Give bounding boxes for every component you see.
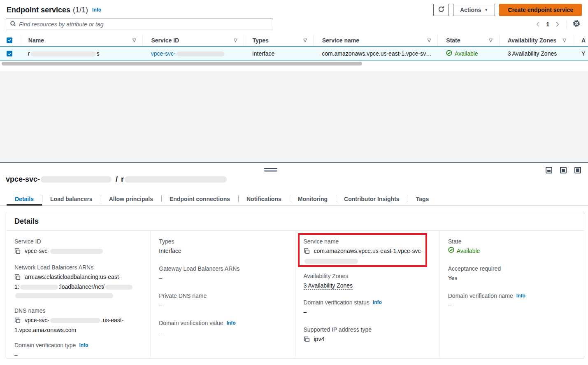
field-nlb-arns: Network Load Balancers ARNs arn:aws:elas…	[14, 263, 142, 300]
field-domain-verification-name: Domain verification name Info –	[448, 292, 576, 310]
status-text: Available	[457, 247, 480, 255]
status-text: Available	[455, 50, 478, 57]
field-domain-verification-type: Domain verification type Info –	[14, 341, 142, 359]
cell-service-name: com.amazonaws.vpce.us-east-1.vpce-sv…	[314, 50, 438, 57]
create-endpoint-service-button[interactable]: Create endpoint service	[499, 4, 582, 16]
info-link[interactable]: Info	[373, 298, 382, 307]
panel-size-medium-icon[interactable]	[560, 167, 567, 173]
field-label: Network Load Balancers ARNs	[14, 263, 142, 272]
dns-name-text: .us-east-	[101, 317, 123, 323]
filter-icon: ▽	[424, 37, 431, 43]
column-header-availability-zones[interactable]: Availability Zones ▽	[499, 35, 573, 46]
info-link[interactable]: Info	[79, 341, 88, 350]
column-header-types[interactable]: Types ▽	[244, 35, 313, 46]
info-link[interactable]: Info	[227, 319, 236, 328]
column-label: Service name	[322, 37, 359, 44]
field-service-name: Service name com.amazonaws.vpce.us-east-…	[304, 237, 431, 265]
nlb-arn-text: :loadbalancer/net/	[59, 283, 105, 290]
tab-notifications[interactable]: Notifications	[238, 193, 290, 205]
field-dns-names: DNS names vpce-svc-.us-east- 1.vpce.amaz…	[14, 307, 142, 335]
copy-icon[interactable]	[14, 248, 21, 257]
dns-name-text: 1.vpce.amazonaws.com	[14, 326, 142, 335]
tab-bar: Details Load balancers Allow principals …	[0, 193, 588, 206]
field-label: Domain verification name	[448, 292, 513, 300]
previous-page-button[interactable]	[534, 20, 543, 29]
refresh-button[interactable]	[433, 4, 449, 16]
copy-icon[interactable]	[304, 248, 310, 257]
endpoint-services-page: Endpoint services (1/1) Info Actions ▼ C…	[0, 0, 588, 365]
filter-icon: ▽	[486, 37, 492, 43]
title-service-id-prefix: vpce-svc-	[6, 175, 40, 184]
column-header-state[interactable]: State ▽	[437, 35, 499, 46]
field-label: Service ID	[14, 237, 142, 246]
field-domain-verification-value: Domain verification value Info –	[159, 319, 286, 337]
current-page-number[interactable]: 1	[543, 21, 553, 28]
tab-load-balancers[interactable]: Load balancers	[42, 193, 101, 205]
field-label: Gateway Load Balancers ARNs	[159, 264, 286, 273]
redacted-text	[15, 293, 113, 298]
field-label: State	[448, 237, 576, 246]
availability-zones-popover-link[interactable]: 3 Availability Zones	[304, 282, 353, 290]
table-settings-button[interactable]	[571, 18, 582, 30]
field-service-id: Service ID vpce-svc-	[14, 237, 142, 257]
column-header-service-name[interactable]: Service name ▽	[314, 35, 438, 46]
service-id-link[interactable]: vpce-svc-	[151, 50, 225, 57]
ip-type-value: ipv4	[314, 336, 325, 342]
field-value: –	[159, 328, 286, 337]
split-panel-preferences	[546, 167, 581, 173]
tab-endpoint-connections[interactable]: Endpoint connections	[161, 193, 238, 205]
actions-button[interactable]: Actions ▼	[453, 4, 495, 16]
field-availability-zones: Availability Zones 3 Availability Zones	[304, 272, 431, 290]
caret-down-icon: ▼	[484, 8, 488, 12]
content-background	[0, 71, 588, 162]
field-label: Availability Zones	[304, 272, 431, 281]
horizontal-scrollbar-thumb[interactable]	[2, 62, 362, 66]
info-link[interactable]: Info	[516, 292, 525, 300]
pagination: 1	[534, 18, 582, 30]
details-column-2: Types Interface Gateway Load Balancers A…	[150, 231, 295, 358]
copy-icon[interactable]	[14, 274, 21, 283]
field-gwlb-arns: Gateway Load Balancers ARNs –	[159, 264, 286, 283]
field-label: DNS names	[14, 307, 142, 315]
details-column-3: Service name com.amazonaws.vpce.us-east-…	[295, 231, 439, 358]
redacted-text	[20, 285, 58, 290]
field-value: –	[159, 274, 286, 283]
field-types: Types Interface	[159, 237, 286, 255]
select-all-checkbox[interactable]	[7, 37, 12, 43]
tab-contributor-insights[interactable]: Contributor Insights	[336, 193, 408, 205]
panel-size-small-icon[interactable]	[546, 167, 552, 173]
header-actions: Actions ▼ Create endpoint service	[433, 4, 582, 16]
redacted-text	[50, 249, 103, 254]
filter-icon: ▽	[129, 37, 136, 43]
field-state: State Available	[448, 237, 576, 255]
table-row[interactable]: rs vpce-svc- Interface com.amazonaws.vpc…	[0, 46, 588, 61]
tab-allow-principals[interactable]: Allow principals	[101, 193, 161, 205]
header-info-link[interactable]: Info	[92, 7, 101, 13]
field-label: Private DNS name	[159, 292, 286, 300]
split-panel-drag-handle[interactable]	[264, 168, 277, 172]
resource-count: (1/1)	[73, 6, 88, 14]
column-header-name[interactable]: Name ▽	[20, 35, 143, 46]
next-page-button[interactable]	[553, 20, 562, 29]
filter-icon: ▽	[560, 37, 566, 43]
column-label: Types	[252, 37, 268, 44]
title-name-prefix: r	[121, 175, 124, 184]
copy-icon[interactable]	[304, 336, 310, 345]
gear-icon	[573, 20, 580, 28]
redacted-text	[31, 51, 96, 56]
tab-monitoring[interactable]: Monitoring	[290, 193, 336, 205]
tab-details[interactable]: Details	[7, 193, 42, 205]
refresh-icon	[438, 6, 445, 14]
column-label: Availability Zones	[508, 37, 557, 44]
panel-size-large-icon[interactable]	[574, 167, 581, 173]
column-header-acceptance[interactable]: A	[573, 35, 588, 46]
field-value: –	[304, 308, 431, 316]
search-input[interactable]	[19, 21, 269, 28]
cell-types: Interface	[244, 50, 314, 57]
availability-zones-popover-link[interactable]: 3 Availability Zones	[508, 50, 557, 57]
column-header-service-id[interactable]: Service ID ▽	[142, 35, 244, 46]
details-column-4: State Available	[439, 231, 584, 358]
row-checkbox[interactable]	[7, 51, 12, 56]
tab-tags[interactable]: Tags	[408, 193, 437, 205]
copy-icon[interactable]	[14, 317, 21, 326]
